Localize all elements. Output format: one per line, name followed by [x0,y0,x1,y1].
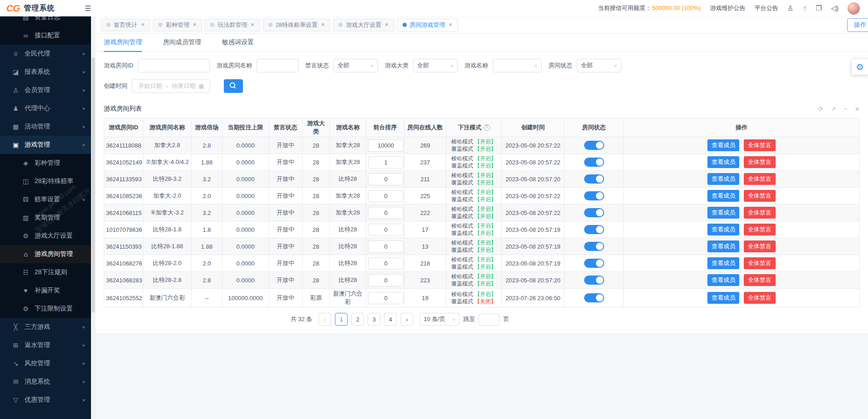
tab-actions-button[interactable]: 操作 ∨ [847,18,868,32]
tab-close-icon[interactable]: ✕ [321,22,325,28]
next-page-button[interactable]: › [400,313,413,326]
sidebar-item[interactable]: ✉ 消息系统 ∨ [0,373,91,391]
page-number-button[interactable]: 3 [368,313,380,326]
room-status-toggle[interactable] [584,242,604,251]
sidebar-item[interactable]: ▣ 游戏管理 ∧ [0,136,91,154]
page-tab[interactable]: 首页统计 ✕ [101,19,150,31]
room-name-input[interactable] [257,59,298,72]
sidebar-item[interactable]: ⚙ 游戏大厅设置 [0,227,91,245]
prev-page-button[interactable]: ‹ [318,313,331,326]
member-funds-icon[interactable]: ♙ [787,4,793,12]
room-status-toggle[interactable] [584,158,604,167]
view-members-button[interactable]: 查看成员 [707,139,739,151]
room-status-toggle[interactable] [584,259,604,268]
sidebar-item[interactable]: ◪ 报表系统 ∨ [0,63,91,81]
mute-all-button[interactable]: 全体禁言 [744,224,776,235]
sidebar-item[interactable]: ◈ 彩种管理 [0,154,91,172]
sidebar-item[interactable]: ♕ 全民代理 ∨ [0,45,91,63]
game-name-select[interactable]: ∨ [493,59,542,72]
user-avatar[interactable] [848,2,860,15]
sort-input[interactable] [368,292,404,304]
mute-all-button[interactable]: 全体禁言 [744,156,776,168]
page-tab[interactable]: 房间游戏管理 ✕ [397,19,458,31]
subtab[interactable]: 游戏房间管理 [104,34,142,52]
room-status-toggle[interactable] [584,191,604,200]
sidebar-item[interactable]: ⌂ 游戏房间管理 [0,245,91,263]
sidebar-scrollbar[interactable] [91,16,96,419]
room-status-toggle[interactable] [584,141,604,150]
scrollbar-thumb[interactable] [91,57,95,312]
room-status-toggle[interactable] [584,225,604,234]
sidebar-item[interactable]: ⊞ 返水管理 ∨ [0,336,91,354]
sort-input[interactable] [368,156,404,169]
platform-notice-link[interactable]: 平台公告 [754,4,778,12]
refresh-icon[interactable]: ⟳ [818,106,823,112]
view-members-button[interactable]: 查看成员 [707,292,739,304]
room-status-toggle[interactable] [584,293,604,302]
tab-close-icon[interactable]: ✕ [192,22,197,28]
sort-input[interactable] [368,173,404,185]
sort-input[interactable] [368,139,404,152]
game-maintenance-notice-link[interactable]: 游戏维护公告 [710,4,745,12]
info-icon[interactable]: ? [484,124,490,131]
room-id-input[interactable] [138,59,210,72]
tab-close-icon[interactable]: ✕ [449,22,453,28]
sidebar-item[interactable]: ↘ 风控管理 ∨ [0,354,91,373]
page-tab[interactable]: 玩法群管理 ✕ [205,19,260,31]
room-status-toggle[interactable] [584,174,604,184]
page-number-button[interactable]: 1 [335,313,348,326]
speaker-icon[interactable]: ◁) [831,4,838,12]
page-size-select[interactable]: 10 条/页 ∨ [419,313,459,326]
subtab[interactable]: 敏感词设置 [222,34,254,52]
mute-all-button[interactable]: 全体禁言 [744,139,776,151]
view-members-button[interactable]: 查看成员 [707,156,739,168]
page-tab[interactable]: 彩种管理 ✕ [153,19,202,31]
view-members-button[interactable]: 查看成员 [707,173,739,185]
sidebar-item[interactable]: ⚄ 赔率设置 ∨ [0,190,91,209]
subtab[interactable]: 房间成员管理 [163,34,201,52]
sidebar-item[interactable]: ▽ 优惠管理 ∨ [0,391,91,409]
search-button[interactable] [224,79,243,93]
sort-input[interactable] [368,190,404,202]
view-members-button[interactable]: 查看成员 [707,274,739,286]
mute-status-select[interactable]: 全部 ∨ [333,59,378,72]
page-number-button[interactable]: 4 [384,313,397,326]
room-status-toggle[interactable] [584,208,604,217]
sort-input[interactable] [368,224,404,236]
room-state-select[interactable]: 全部 ∨ [577,59,621,72]
room-status-toggle[interactable] [584,276,604,285]
minimize-icon[interactable]: − [844,106,848,112]
view-members-button[interactable]: 查看成员 [707,224,739,235]
mute-all-button[interactable]: 全体禁言 [744,274,776,286]
date-range-input[interactable]: 开始日期 ~ 结束日期 ▦ [132,79,210,93]
view-members-button[interactable]: 查看成员 [707,190,739,202]
mute-all-button[interactable]: 全体禁言 [744,240,776,252]
sidebar-item[interactable]: ▦ 活动管理 ∨ [0,118,91,136]
sidebar-item[interactable]: ▤ 资金日志 [0,16,91,26]
view-members-button[interactable]: 查看成员 [707,240,739,252]
sidebar-item[interactable]: ☷ 28下注规则 [0,263,91,281]
fullscreen-icon[interactable]: ❐ [816,4,822,12]
game-category-select[interactable]: 全部 ∨ [413,59,458,72]
mute-all-button[interactable]: 全体禁言 [744,292,776,304]
expand-icon[interactable]: ↗ [831,106,836,112]
jump-page-input[interactable] [479,313,500,326]
sidebar-item[interactable]: ♙ 会员管理 ∨ [0,81,91,99]
sidebar-item[interactable]: ⚙ 下注限制设置 [0,300,91,318]
sort-input[interactable] [368,257,404,270]
hand-coin-icon[interactable]: ☝ [802,4,807,12]
sort-input[interactable] [368,274,404,286]
sidebar-item[interactable]: ♟ 代理中心 ∨ [0,99,91,118]
tab-close-icon[interactable]: ✕ [250,22,254,28]
page-number-button[interactable]: 2 [351,313,364,326]
view-members-button[interactable]: 查看成员 [707,207,739,219]
mute-all-button[interactable]: 全体禁言 [744,257,776,269]
settings-gear-button[interactable]: ⚙ [852,59,868,75]
page-tab[interactable]: 28特殊赔率设置 ✕ [263,19,331,31]
tab-close-icon[interactable]: ✕ [141,22,145,28]
sort-input[interactable] [368,207,404,219]
mute-all-button[interactable]: 全体禁言 [744,190,776,202]
sidebar-item[interactable]: ∞ 接口配置 [0,26,91,45]
sidebar-item[interactable]: ╳ 三方游戏 ∨ [0,318,91,336]
sidebar-fold-icon[interactable]: ☰ [85,4,91,13]
